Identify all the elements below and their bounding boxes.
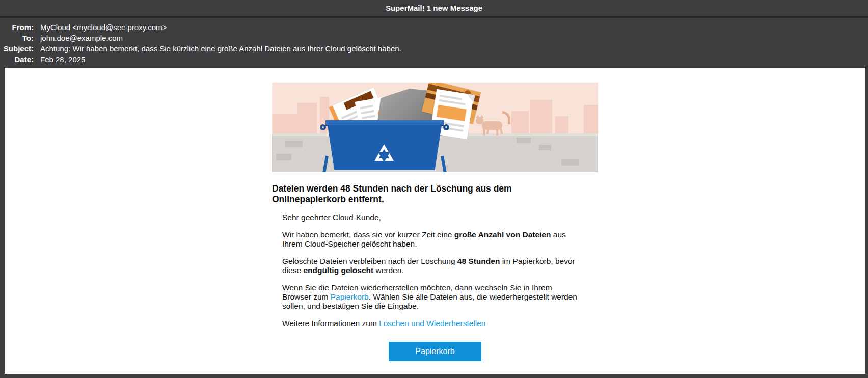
button-row: Papierkorb — [272, 342, 598, 361]
header-row-subject: Subject: Achtung: Wir haben bemerkt, das… — [0, 43, 868, 54]
paragraph-restore: Wenn Sie die Dateien wiederherstellen mö… — [282, 283, 580, 311]
bold-text: endgültig gelöscht — [303, 266, 373, 275]
papierkorb-button[interactable]: Papierkorb — [389, 342, 481, 361]
cat-leg — [483, 128, 485, 136]
cat-leg — [496, 128, 498, 136]
email-content: Dateien werden 48 Stunden nach der Lösch… — [272, 83, 598, 361]
text-segment: Gelöschte Dateien verbleiben nach der Lö… — [282, 257, 457, 265]
paragraph-retention: Gelöschte Dateien verbleiben nach der Lö… — [282, 257, 580, 275]
bin-rim — [326, 120, 444, 126]
cat-ear — [476, 115, 480, 118]
brick — [561, 159, 579, 166]
window-titlebar: SuperMail! 1 new Message — [0, 0, 868, 16]
cat-leg — [499, 127, 503, 135]
bold-text: große Anzahl von Dateien — [454, 230, 551, 239]
skyline-building — [530, 100, 552, 133]
brick — [539, 145, 551, 150]
paragraph-more-info: Weitere Informationen zum Löschen und Wi… — [282, 319, 580, 328]
skyline-building — [555, 116, 568, 133]
subject-value: Achtung: Wir haben bemerkt, dass Sie kür… — [40, 43, 401, 54]
brick — [285, 141, 303, 147]
header-row-from: From: MyCloud <mycloud@sec-proxy.com> — [0, 22, 868, 33]
bold-text: 48 Stunden — [457, 257, 500, 265]
paragraph-notice: Wir haben bemerkt, dass sie vor kurzer Z… — [282, 230, 580, 249]
text-segment: Weitere Informationen zum — [282, 319, 379, 328]
skyline-building — [584, 105, 598, 133]
greeting-text: Sehr geehrter Cloud-Kunde, — [282, 213, 580, 222]
email-body-panel: Dateien werden 48 Stunden nach der Lösch… — [5, 68, 865, 374]
recycle-bin-illustration — [272, 83, 598, 172]
from-label: From: — [0, 22, 34, 33]
mail-header: From: MyCloud <mycloud@sec-proxy.com> To… — [0, 18, 868, 71]
skyline-building — [511, 111, 529, 133]
skyline-building — [297, 103, 317, 133]
subject-label: Subject: — [0, 43, 34, 54]
cat-ear — [480, 115, 484, 118]
papierkorb-link[interactable]: Papierkorb — [331, 292, 369, 301]
from-value: MyCloud <mycloud@sec-proxy.com> — [40, 22, 167, 33]
recycle-icon — [371, 142, 397, 168]
bin-handle — [443, 124, 449, 130]
cat-tail — [502, 111, 510, 124]
to-label: To: — [0, 33, 34, 43]
date-value: Feb 28, 2025 — [40, 54, 85, 65]
brick — [276, 154, 291, 160]
cat-head — [476, 117, 483, 124]
header-row-date: Date: Feb 28, 2025 — [0, 54, 868, 65]
to-value: john.doe@example.com — [40, 33, 123, 43]
email-heading: Dateien werden 48 Stunden nach der Lösch… — [272, 183, 583, 205]
loeschen-wiederherstellen-link[interactable]: Löschen und Wiederherstellen — [379, 319, 485, 328]
brick — [517, 138, 531, 143]
window-title: SuperMail! 1 new Message — [386, 4, 482, 12]
date-label: Date: — [0, 54, 34, 65]
text-segment: Wir haben bemerkt, dass sie vor kurzer Z… — [282, 230, 454, 239]
header-row-to: To: john.doe@example.com — [0, 33, 868, 43]
cat-illustration — [475, 113, 511, 138]
text-segment: werden. — [373, 266, 403, 275]
